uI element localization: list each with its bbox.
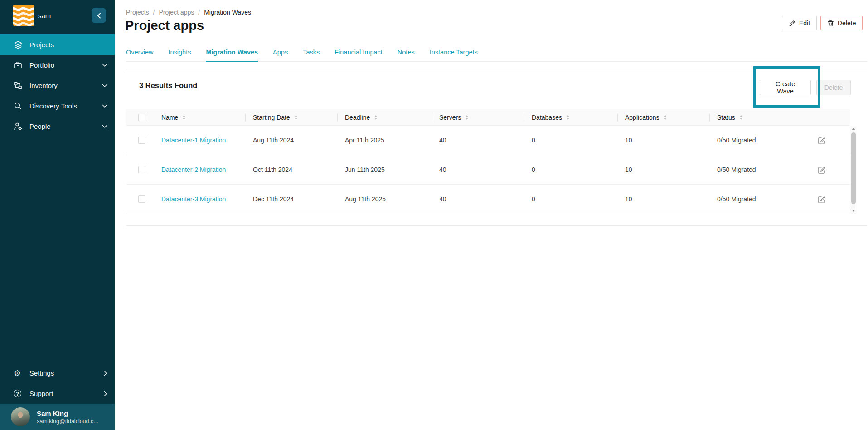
edit-square-icon [817, 166, 826, 174]
column-header-status[interactable]: Status [710, 109, 797, 125]
tab-insights[interactable]: Insights [168, 43, 191, 62]
wave-name-link[interactable]: Datacenter-1 Migration [161, 137, 226, 144]
hierarchy-icon [14, 81, 23, 90]
breadcrumb-separator: / [153, 9, 155, 16]
cell-deadline: Aug 11th 2025 [338, 185, 432, 214]
edit-square-icon [817, 195, 826, 204]
cell-databases: 0 [524, 126, 618, 155]
sort-icon [466, 115, 468, 120]
tab-apps[interactable]: Apps [273, 43, 288, 62]
cell-servers: 40 [432, 155, 524, 184]
column-header-servers[interactable]: Servers [432, 109, 524, 125]
pencil-icon [789, 20, 795, 27]
breadcrumb: Projects / Project apps / Migration Wave… [126, 9, 251, 16]
cell-servers: 40 [432, 185, 524, 214]
sort-icon [740, 115, 742, 120]
main-content: Projects / Project apps / Migration Wave… [115, 0, 868, 430]
row-edit-button[interactable] [817, 136, 826, 145]
sidebar-item-portfolio[interactable]: Portfolio [0, 55, 115, 75]
sidebar-item-label: Projects [29, 41, 107, 49]
row-edit-button[interactable] [817, 195, 826, 204]
select-all-checkbox[interactable] [138, 114, 145, 121]
collapse-sidebar-button[interactable] [92, 8, 106, 23]
column-header-applications[interactable]: Applications [618, 109, 710, 125]
tab-migration-waves[interactable]: Migration Waves [206, 43, 258, 62]
people-gear-icon [14, 122, 23, 131]
sort-icon [567, 115, 569, 120]
cell-applications: 10 [618, 155, 710, 184]
column-header-databases[interactable]: Databases [524, 109, 618, 125]
cell-deadline: Jun 11th 2025 [338, 155, 432, 184]
breadcrumb-item-migration-waves: Migration Waves [204, 9, 251, 16]
user-profile[interactable]: Sam King sam.king@tidalcloud.c... [0, 404, 115, 430]
sort-icon [374, 115, 377, 120]
breadcrumb-item-projects[interactable]: Projects [126, 9, 149, 16]
breadcrumb-item-project-apps[interactable]: Project apps [159, 9, 194, 16]
chevron-down-icon [102, 125, 107, 128]
briefcase-icon [14, 61, 23, 69]
sidebar-item-label: Inventory [29, 82, 102, 89]
sidebar-item-discovery-tools[interactable]: Discovery Tools [0, 96, 115, 116]
sidebar-item-projects[interactable]: Projects [0, 34, 115, 55]
chevron-down-icon [102, 84, 107, 88]
scroll-up-button[interactable] [850, 126, 857, 132]
chevron-right-icon [104, 391, 107, 396]
user-meta: Sam King sam.king@tidalcloud.c... [37, 409, 98, 425]
row-checkbox[interactable] [138, 195, 145, 203]
avatar [11, 407, 30, 426]
column-header-starting-date[interactable]: Starting Date [246, 109, 338, 125]
page-title: Project apps [125, 18, 204, 33]
delete-selected-button-disabled[interactable]: Delete [816, 80, 851, 95]
edit-button[interactable]: Edit [782, 16, 817, 30]
results-card: 3 Results Found Create Wave Delete Name … [126, 69, 867, 226]
scroll-down-button[interactable] [850, 208, 857, 214]
chevron-left-icon [97, 13, 101, 19]
table-scrollbar[interactable] [850, 126, 857, 214]
table-row: Datacenter-1 Migration Aug 11th 2024 Apr… [126, 126, 850, 155]
delete-button-label: Delete [838, 20, 856, 27]
header-cell-actions [797, 109, 850, 125]
sort-icon [664, 115, 667, 120]
cell-starting-date: Oct 11th 2024 [246, 155, 338, 184]
user-email: sam.king@tidalcloud.c... [37, 418, 98, 425]
table-row: Datacenter-2 Migration Oct 11th 2024 Jun… [126, 155, 850, 185]
scroll-thumb[interactable] [851, 132, 856, 204]
sidebar-item-support[interactable]: ? Support [0, 383, 115, 404]
breadcrumb-separator: / [198, 9, 200, 16]
sidebar-item-settings[interactable]: ⚙ Settings [0, 363, 115, 383]
workspace-name: sam [38, 12, 51, 20]
sidebar-item-label: Discovery Tools [29, 102, 102, 110]
sidebar-item-people[interactable]: People [0, 116, 115, 137]
chevron-right-icon [104, 371, 107, 376]
row-checkbox[interactable] [138, 137, 145, 144]
sidebar-nav: Projects Portfolio Inventory Discover [0, 34, 115, 137]
wave-name-link[interactable]: Datacenter-3 Migration [161, 195, 226, 203]
tab-tasks[interactable]: Tasks [303, 43, 320, 62]
tab-financial-impact[interactable]: Financial Impact [335, 43, 383, 62]
edit-button-label: Edit [799, 20, 810, 27]
tab-overview[interactable]: Overview [126, 43, 153, 62]
sidebar-footer: ⚙ Settings ? Support [0, 363, 115, 404]
delete-button[interactable]: Delete [820, 16, 863, 30]
column-header-deadline[interactable]: Deadline [338, 109, 432, 125]
chevron-down-icon [102, 104, 107, 108]
tidal-logo [13, 5, 34, 26]
column-header-name[interactable]: Name [154, 109, 246, 125]
cell-starting-date: Aug 11th 2024 [246, 126, 338, 155]
results-count: 3 Results Found [139, 81, 197, 90]
table-row: Datacenter-3 Migration Dec 11th 2024 Aug… [126, 185, 850, 214]
wave-name-link[interactable]: Datacenter-2 Migration [161, 166, 226, 173]
sidebar-item-label: Portfolio [29, 61, 102, 69]
row-checkbox[interactable] [138, 166, 145, 173]
tab-notes[interactable]: Notes [398, 43, 415, 62]
trash-icon [827, 20, 834, 27]
sidebar-item-label: Support [29, 390, 104, 397]
sidebar-item-inventory[interactable]: Inventory [0, 75, 115, 96]
tab-instance-targets[interactable]: Instance Targets [430, 43, 478, 62]
chevron-down-icon [102, 64, 107, 67]
create-wave-button[interactable]: Create Wave [760, 80, 811, 95]
sort-icon [295, 115, 297, 120]
search-icon [14, 102, 23, 110]
row-edit-button[interactable] [817, 166, 826, 174]
sidebar-item-label: People [29, 122, 102, 130]
